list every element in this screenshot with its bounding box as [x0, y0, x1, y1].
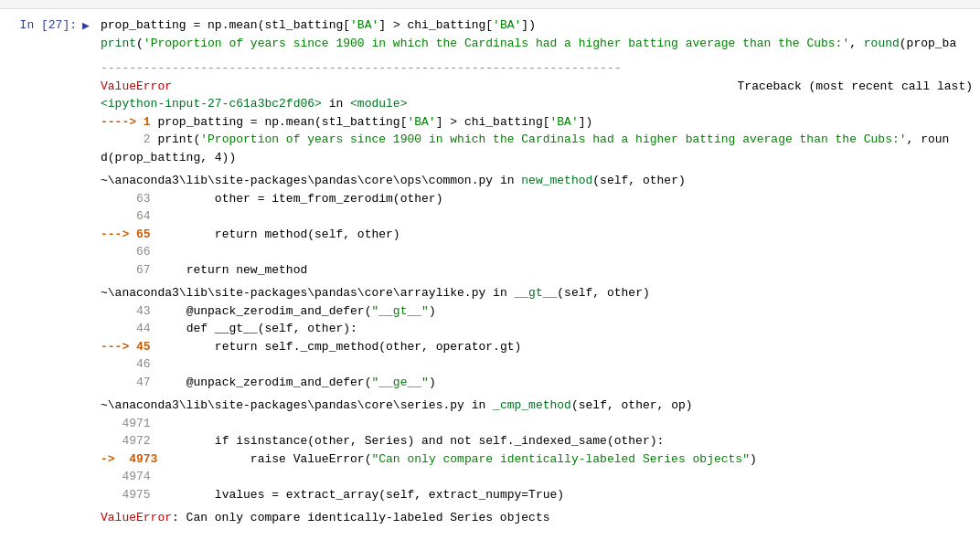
exec-indicator-col: ▶: [82, 9, 97, 540]
tb-line-4971: 4971: [101, 415, 973, 433]
tb-filepath-2: ~\anaconda3\lib\site-packages\pandas\cor…: [101, 284, 973, 302]
exec-arrow: ▶: [82, 19, 90, 33]
tb-filepath-3: ~\anaconda3\lib\site-packages\pandas\cor…: [101, 397, 973, 415]
code-line-2: print('Proportion of years since 1900 in…: [101, 35, 973, 53]
tb-line-1: <ipython-input-27-c61a3bc2fd06> in <modu…: [101, 95, 973, 113]
final-error: ValueError: Can only compare identically…: [101, 509, 973, 527]
tb-line-4972: 4972 if isinstance(other, Series) and no…: [101, 432, 973, 450]
cell-gutter: In [27]:: [0, 9, 82, 540]
tb-line-63: 63 other = item_from_zerodim(other): [101, 190, 973, 208]
code-line-1: prop_batting = np.mean(stl_batting['BA']…: [101, 16, 973, 35]
separator: ----------------------------------------…: [101, 59, 973, 78]
tb-line-67: 67 return new_method: [101, 261, 973, 280]
tb-line-47: 47 @unpack_zerodim_and_defer("__ge__"): [101, 374, 973, 392]
tb-line-64: 64: [101, 207, 973, 226]
traceback-label: Traceback (most recent call last): [538, 78, 973, 96]
error-traceback-header: ValueError Traceback (most recent call l…: [101, 78, 973, 96]
tb-line-4975: 4975 lvalues = extract_array(self, extra…: [101, 486, 973, 504]
tb-line-46: 46: [101, 355, 973, 374]
tb-line-4: d(prop_batting, 4)): [101, 149, 973, 167]
tb-line-66: 66: [101, 243, 973, 261]
tb-filepath-1: ~\anaconda3\lib\site-packages\pandas\cor…: [101, 172, 973, 190]
tb-line-43: 43 @unpack_zerodim_and_defer("__gt__"): [101, 302, 973, 321]
tb-line-44: 44 def __gt__(self, other):: [101, 320, 973, 338]
tb-line-4974: 4974: [101, 468, 973, 486]
error-name: ValueError: [101, 78, 172, 96]
tb-line-4973: -> 4973 raise ValueError("Can only compa…: [101, 450, 973, 469]
cell-body: prop_batting = np.mean(stl_batting['BA']…: [97, 9, 980, 540]
cell-number: In [27]:: [20, 18, 77, 32]
output-area: ----------------------------------------…: [101, 59, 973, 527]
notebook-cell: In [27]: ▶ prop_batting = np.mean(stl_ba…: [0, 9, 980, 540]
tb-line-3: 2 print('Proportion of years since 1900 …: [101, 131, 973, 149]
tb-line-45: ---> 45 return self._cmp_method(other, o…: [101, 338, 973, 356]
code-input: prop_batting = np.mean(stl_batting['BA']…: [101, 16, 973, 52]
cell-prompt: In [27]:: [20, 18, 77, 32]
tb-line-65: ---> 65 return method(self, other): [101, 226, 973, 244]
tb-line-2: ----> 1 prop_batting = np.mean(stl_batti…: [101, 113, 973, 132]
